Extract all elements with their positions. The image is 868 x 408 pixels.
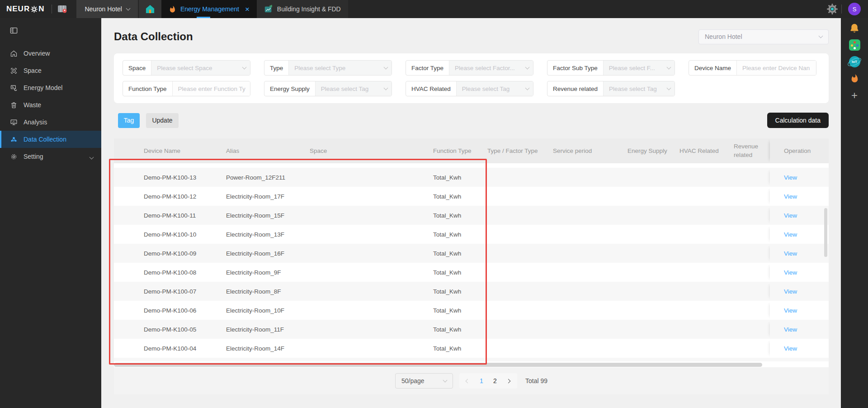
analysis-icon — [10, 119, 18, 126]
tab-energy-management[interactable]: Energy Management × — [161, 0, 257, 18]
sidebar: Overview Space Energy Model Waste Analys… — [0, 18, 101, 408]
next-page-button[interactable] — [502, 373, 515, 389]
sidebar-item-energy-model[interactable]: Energy Model — [0, 79, 101, 96]
column-header: Device Name — [135, 147, 217, 154]
sidebar-item-label: Setting — [24, 153, 43, 160]
home-tab[interactable] — [139, 0, 161, 18]
sidebar-item-setting[interactable]: Setting — [0, 148, 101, 165]
view-link[interactable]: View — [784, 212, 797, 219]
filter-space[interactable]: Space Please select Space — [123, 60, 250, 76]
cell-alias: Electricity-Room_10F — [217, 307, 301, 314]
cell-device-name: Demo-PM-K100-10 — [135, 231, 217, 238]
close-icon[interactable]: × — [245, 5, 250, 13]
cell-operation: View — [770, 168, 829, 187]
building-selector-tab[interactable]: Neuron Hotel — [76, 0, 138, 18]
filter-label: Space — [123, 61, 151, 75]
tag-button[interactable]: Tag — [118, 113, 140, 128]
table-row: Demo-PM-K100-04 Electricity-Room_14F Tot… — [114, 339, 829, 358]
column-header: Alias — [217, 147, 301, 154]
avatar[interactable]: S — [848, 3, 861, 15]
cell-operation: View — [770, 225, 829, 244]
view-link[interactable]: View — [784, 231, 797, 238]
sidebar-item-analysis[interactable]: Analysis — [0, 114, 101, 131]
filter-function-type[interactable]: Function Type Please enter Function Ty — [123, 81, 250, 96]
iot-icon[interactable]: IoT — [848, 56, 861, 68]
filter-device-name[interactable]: Device Name Please enter Device Nan — [689, 60, 816, 76]
view-link[interactable]: View — [784, 307, 797, 314]
filter-energy-supply[interactable]: Energy Supply Please select Tag — [264, 81, 392, 96]
table-header-row: Device Name Alias Space Function Type Ty… — [114, 138, 829, 163]
cell-alias: Electricity-Room_14F — [217, 345, 301, 352]
map-icon[interactable] — [52, 0, 73, 18]
filter-label: Revenue related — [547, 81, 603, 96]
total-count-label: Total 99 — [525, 377, 547, 384]
building-insight-icon — [264, 5, 273, 14]
data-table: Device Name Alias Space Function Type Ty… — [114, 138, 829, 394]
bell-icon[interactable] — [848, 22, 861, 34]
view-link[interactable]: View — [784, 345, 797, 352]
sidebar-collapse-button[interactable] — [0, 24, 101, 35]
tab-building-insight-fdd[interactable]: Building Insight & FDD — [257, 0, 348, 18]
cell-device-name: Demo-PM-K100-08 — [135, 269, 217, 276]
filter-hvac-related[interactable]: HVAC Related Please select Tag — [406, 81, 533, 96]
plus-icon[interactable]: + — [848, 89, 861, 101]
chevron-down-icon — [443, 378, 448, 383]
calculation-data-button[interactable]: Calculation data — [767, 113, 829, 128]
sidebar-item-space[interactable]: Space — [0, 62, 101, 79]
sidebar-item-label: Analysis — [24, 119, 47, 126]
filter-factor-sub-type[interactable]: Factor Sub Type Please select F... — [547, 60, 675, 76]
space-icon — [10, 67, 18, 75]
cell-operation: View — [770, 282, 829, 301]
logo-text-left: NEUR — [6, 5, 30, 14]
site-selector[interactable]: Neuron Hotel — [698, 29, 829, 44]
chevron-down-icon — [667, 65, 671, 70]
sidebar-item-waste[interactable]: Waste — [0, 96, 101, 114]
sidebar-item-overview[interactable]: Overview — [0, 45, 101, 62]
column-header: Operation — [770, 138, 829, 163]
chevron-down-icon — [384, 65, 388, 70]
view-link[interactable]: View — [784, 250, 797, 257]
main-content: Data Collection Neuron Hotel Space Pleas… — [101, 18, 841, 408]
apps-icon[interactable] — [848, 39, 861, 51]
function-type-input[interactable]: Please enter Function Ty — [172, 81, 250, 96]
chevron-down-icon — [819, 34, 823, 38]
cell-device-name: Demo-PM-K100-05 — [135, 326, 217, 333]
settings-gear-icon[interactable] — [823, 0, 841, 18]
horizontal-scrollbar-thumb[interactable] — [114, 363, 762, 367]
cell-operation: View — [770, 301, 829, 320]
vertical-scrollbar[interactable] — [824, 208, 827, 257]
filter-type[interactable]: Type Please select Type — [264, 60, 392, 76]
sidebar-item-data-collection[interactable]: Data Collection — [0, 131, 101, 148]
filter-label: Function Type — [123, 81, 172, 96]
filter-revenue-related[interactable]: Revenue related Please select Tag — [547, 81, 675, 96]
filter-factor-type[interactable]: Factor Type Please select Factor... — [406, 60, 533, 76]
building-selector-label: Neuron Hotel — [85, 5, 122, 13]
flame-icon[interactable] — [848, 72, 861, 85]
prev-page-button[interactable] — [461, 373, 475, 389]
filter-card: Space Please select Space Type Please se… — [114, 53, 829, 103]
page-size-select[interactable]: 50/page — [395, 373, 453, 389]
view-link[interactable]: View — [784, 193, 797, 200]
device-name-input[interactable]: Please enter Device Nan — [736, 61, 816, 75]
view-link[interactable]: View — [784, 288, 797, 295]
update-button[interactable]: Update — [146, 113, 179, 128]
page-number-1[interactable]: 1 — [475, 373, 488, 389]
cell-function-type: Total_Kwh — [424, 174, 483, 181]
flame-icon — [169, 5, 176, 14]
filter-placeholder: Please select Type — [294, 65, 382, 71]
view-link[interactable]: View — [784, 326, 797, 333]
table-row: Demo-PM-K100-10 Electricity-Room_13F Tot… — [114, 225, 829, 244]
cell-alias: Electricity-Room_17F — [217, 193, 301, 200]
sidebar-item-label: Space — [24, 67, 42, 74]
data-collection-icon — [10, 136, 18, 143]
column-header: Space — [301, 147, 424, 154]
chevron-down-icon — [90, 153, 93, 160]
view-link[interactable]: View — [784, 269, 797, 276]
horizontal-scrollbar[interactable] — [114, 363, 787, 367]
sidebar-item-label: Waste — [24, 101, 41, 109]
right-app-rail: IoT + — [841, 18, 868, 408]
view-link[interactable]: View — [784, 174, 797, 181]
column-header: Type / Factor Type — [483, 147, 548, 154]
page-number-2[interactable]: 2 — [488, 373, 502, 389]
cell-operation: View — [770, 320, 829, 339]
